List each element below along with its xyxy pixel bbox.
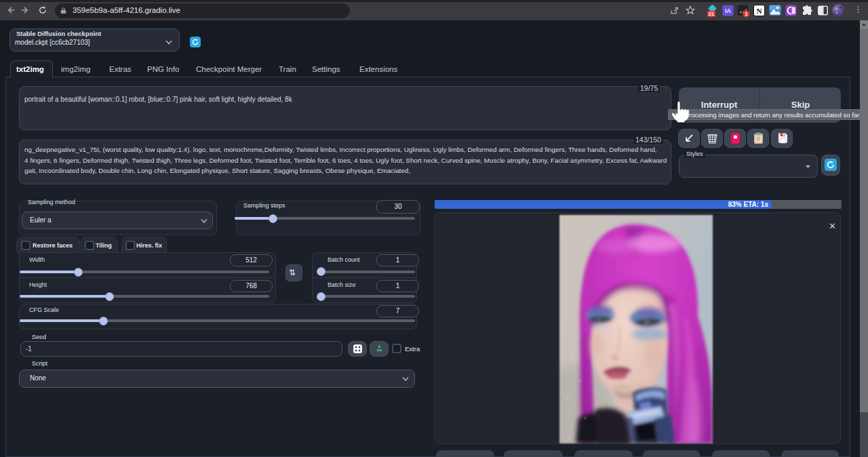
svg-text:N: N [757,7,762,15]
svg-text:IA: IA [725,7,732,14]
svg-text:1: 1 [745,11,747,17]
svg-text:21: 21 [709,11,714,17]
